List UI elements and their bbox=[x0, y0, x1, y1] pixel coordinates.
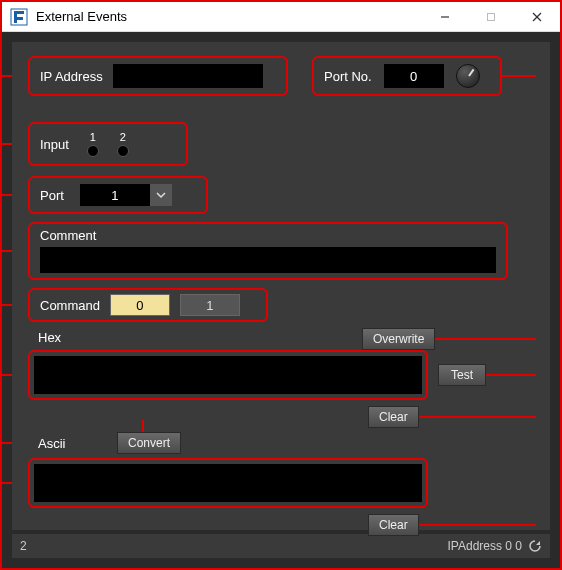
convert-button[interactable]: Convert bbox=[117, 432, 181, 454]
port-label: Port bbox=[40, 188, 64, 203]
refresh-icon[interactable] bbox=[528, 539, 542, 553]
ascii-label: Ascii bbox=[38, 436, 65, 451]
led-icon bbox=[87, 145, 99, 157]
window: External Events bbox=[2, 2, 560, 568]
callout-tick bbox=[418, 524, 536, 526]
minimize-button[interactable] bbox=[422, 2, 468, 32]
callout-tick bbox=[0, 304, 12, 306]
command-button-1[interactable]: 1 bbox=[180, 294, 240, 316]
callout-tick bbox=[0, 374, 12, 376]
app-icon bbox=[10, 8, 28, 26]
svg-rect-2 bbox=[488, 13, 495, 20]
input-led-1: 1 bbox=[87, 131, 99, 157]
callout-tick bbox=[142, 420, 144, 432]
ip-address-label: IP Address bbox=[40, 69, 103, 84]
port-no-knob[interactable] bbox=[456, 64, 480, 88]
callout-tick bbox=[502, 75, 536, 77]
hex-label: Hex bbox=[38, 330, 61, 345]
close-button[interactable] bbox=[514, 2, 560, 32]
callout-tick bbox=[423, 338, 536, 340]
ip-address-input[interactable] bbox=[113, 64, 263, 88]
callout-tick bbox=[0, 250, 12, 252]
command-label: Command bbox=[40, 298, 100, 313]
port-no-group: Port No. bbox=[312, 56, 502, 96]
ip-address-group: IP Address bbox=[28, 56, 288, 96]
test-button[interactable]: Test bbox=[438, 364, 486, 386]
chevron-down-icon bbox=[150, 184, 172, 206]
command-group: Command 0 1 bbox=[28, 288, 268, 322]
port-select-value: 1 bbox=[80, 184, 150, 206]
callout-tick bbox=[486, 374, 536, 376]
port-group: Port 1 bbox=[28, 176, 208, 214]
titlebar: External Events bbox=[2, 2, 560, 32]
hex-input[interactable] bbox=[34, 356, 422, 394]
comment-group: Comment bbox=[28, 222, 508, 280]
status-right: IPAddress 0 0 bbox=[448, 539, 522, 553]
ascii-input[interactable] bbox=[34, 464, 422, 502]
callout-tick bbox=[0, 442, 12, 444]
maximize-button[interactable] bbox=[468, 2, 514, 32]
input-group: Input 1 2 bbox=[28, 122, 188, 166]
callout-tick bbox=[0, 75, 12, 77]
hex-group bbox=[28, 350, 428, 400]
callout-tick bbox=[0, 194, 12, 196]
input-label: Input bbox=[40, 137, 69, 152]
input-led-2: 2 bbox=[117, 131, 129, 157]
overwrite-button[interactable]: Overwrite bbox=[362, 328, 435, 350]
client-area: IP Address Port No. Input 1 bbox=[2, 32, 560, 568]
comment-input[interactable] bbox=[40, 247, 496, 273]
status-bar: 2 IPAddress 0 0 bbox=[12, 534, 550, 558]
window-title: External Events bbox=[36, 9, 422, 24]
status-left: 2 bbox=[20, 539, 448, 553]
input-led-2-number: 2 bbox=[120, 131, 126, 143]
port-select[interactable]: 1 bbox=[80, 184, 172, 206]
ascii-group bbox=[28, 458, 428, 508]
port-no-input[interactable] bbox=[384, 64, 444, 88]
input-led-1-number: 1 bbox=[90, 131, 96, 143]
comment-label: Comment bbox=[40, 228, 496, 243]
ascii-clear-button[interactable]: Clear bbox=[368, 514, 419, 536]
callout-tick bbox=[0, 482, 12, 484]
callout-tick bbox=[418, 416, 536, 418]
led-icon bbox=[117, 145, 129, 157]
port-no-label: Port No. bbox=[324, 69, 372, 84]
hex-clear-button[interactable]: Clear bbox=[368, 406, 419, 428]
callout-tick bbox=[0, 143, 12, 145]
main-panel: IP Address Port No. Input 1 bbox=[12, 42, 550, 530]
command-button-0[interactable]: 0 bbox=[110, 294, 170, 316]
